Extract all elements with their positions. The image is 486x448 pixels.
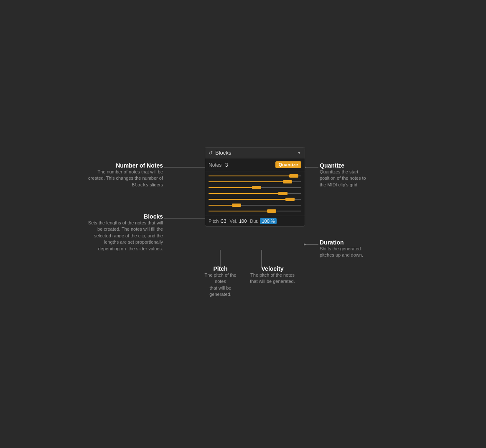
notes-value[interactable]: 3 — [225, 162, 228, 168]
dur-value[interactable]: 100 % — [260, 218, 276, 224]
sliders-area — [205, 171, 305, 216]
annotation-desc-number-of-notes: The number of notes that will becreated.… — [75, 169, 163, 188]
annotation-title-velocity: Velocity — [249, 265, 295, 272]
annotation-desc-duration: Shifts the generatedpitches up and down. — [320, 246, 363, 259]
annotation-velocity: Velocity The pitch of the notesthat will… — [249, 265, 295, 285]
annotation-blocks: Blocks Sets the lengths of the notes tha… — [73, 213, 163, 252]
annotation-title-blocks: Blocks — [73, 213, 163, 220]
footer-row: Pitch C3 Vel. 100 Dur. 100 % — [205, 216, 305, 226]
annotation-pitch: Pitch The pitch of the notesthat will be… — [201, 265, 240, 298]
panel-title: Blocks — [215, 150, 231, 156]
slider-row[interactable] — [209, 180, 301, 184]
pitch-label: Pitch — [209, 219, 219, 224]
annotation-desc-blocks: Sets the lengths of the notes that willb… — [73, 220, 163, 252]
annotation-number-of-notes: Number of Notes The number of notes that… — [75, 162, 163, 188]
annotation-title-pitch: Pitch — [201, 265, 240, 272]
vel-label: Vel. — [230, 219, 237, 224]
panel-header: ↺ Blocks ▼ — [205, 148, 305, 158]
slider-row[interactable] — [209, 197, 301, 201]
dropdown-arrow-icon[interactable]: ▼ — [297, 150, 301, 155]
dur-label: Dur. — [250, 219, 258, 224]
annotation-desc-pitch: The pitch of the notesthat will be gener… — [201, 272, 240, 298]
notes-row: Notes 3 Quantize — [205, 158, 305, 171]
slider-row[interactable] — [209, 186, 301, 190]
annotation-desc-velocity: The pitch of the notesthat will be gener… — [249, 272, 295, 285]
blocks-panel: ↺ Blocks ▼ Notes 3 Quantize — [205, 147, 305, 227]
annotation-desc-quantize: Quantizes the startposition of the notes… — [320, 169, 366, 188]
annotation-title-duration: Duration — [320, 239, 363, 246]
pitch-value[interactable]: C3 — [220, 219, 226, 224]
quantize-button[interactable]: Quantize — [275, 161, 301, 168]
slider-row[interactable] — [209, 209, 301, 213]
annotation-title-quantize: Quantize — [320, 162, 366, 169]
slider-row[interactable] — [209, 174, 301, 178]
slider-row[interactable] — [209, 203, 301, 207]
vel-value[interactable]: 100 — [239, 219, 247, 224]
refresh-icon[interactable]: ↺ — [209, 150, 213, 156]
annotation-duration: Duration Shifts the generatedpitches up … — [320, 239, 363, 259]
annotation-title-number-of-notes: Number of Notes — [75, 162, 163, 169]
notes-label: Notes — [209, 162, 221, 168]
annotation-quantize: Quantize Quantizes the startposition of … — [320, 162, 366, 188]
slider-row[interactable] — [209, 191, 301, 196]
